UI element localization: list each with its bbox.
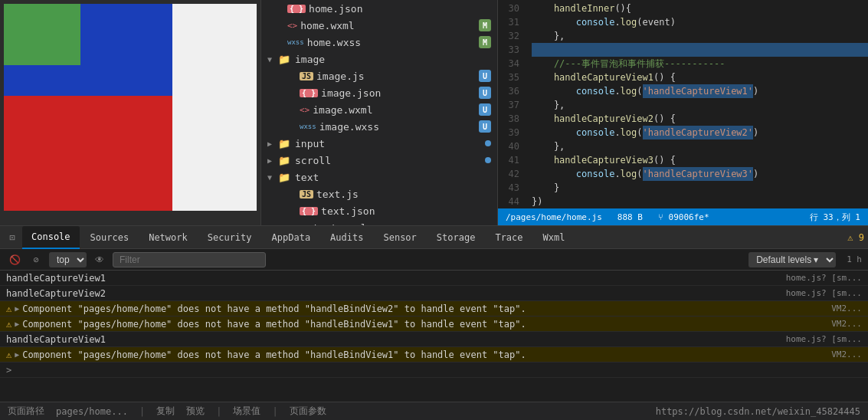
tree-item-home-wxml[interactable]: <> home.wxml M — [261, 17, 497, 34]
tree-item-image-wxss[interactable]: wxss image.wxss U — [261, 118, 497, 135]
folder-icon: 📁 — [278, 155, 290, 166]
entry-text: Component "pages/home/home" does not hav… — [22, 304, 831, 314]
devtools-icon-inspect[interactable]: ⊡ — [4, 229, 21, 246]
clear-console-button[interactable]: 🚫 — [6, 251, 23, 268]
tab-storage[interactable]: Storage — [427, 226, 485, 249]
code-status-bar: /pages/home/home.js 888 B ⑂ 09006fe* 行 3… — [498, 208, 868, 225]
tab-wxml[interactable]: Wxml — [534, 226, 575, 249]
file-label: image.js — [316, 71, 365, 82]
file-label: home.wxml — [300, 20, 354, 31]
expand-arrow[interactable]: ▶ — [15, 304, 19, 313]
line-numbers: 30 31 32 33 34 35 36 37 38 39 40 41 42 4… — [498, 0, 526, 208]
tree-item-text-wxml[interactable]: <> text.wxml — [261, 219, 497, 225]
code-line-41: handleCaptureView3() { — [532, 153, 868, 167]
tab-network[interactable]: Network — [139, 226, 197, 249]
code-panel: 30 31 32 33 34 35 36 37 38 39 40 41 42 4… — [498, 0, 868, 225]
code-line-40: }, — [532, 139, 868, 153]
copy-action[interactable]: 复制 — [156, 405, 175, 418]
scene-label: 场景值 — [233, 405, 260, 418]
tab-appdata[interactable]: AppData — [263, 226, 320, 249]
console-entry-5: handleCaptureView1 home.js? [sm... — [0, 332, 868, 347]
icon-js: JS — [300, 190, 313, 199]
tree-item-scroll-folder[interactable]: 📁 scroll — [261, 152, 497, 169]
file-label: text.js — [316, 189, 359, 200]
tree-item-image-js[interactable]: JS image.js U — [261, 67, 497, 84]
file-label: image.wxml — [313, 104, 372, 116]
code-line-36: console.log('handleCaptureView1') — [532, 84, 868, 98]
block-white — [172, 4, 257, 211]
log-level-selector[interactable]: Default levels ▾ — [748, 252, 836, 267]
tree-item-home-wxss[interactable]: wxss home.wxss M — [261, 34, 497, 51]
tab-audits[interactable]: Audits — [321, 226, 372, 249]
prompt-symbol: > — [6, 365, 11, 376]
warning-icon: ⚠ — [6, 319, 11, 330]
cursor-position: 行 33，列 1 — [810, 212, 860, 223]
tab-trace[interactable]: Trace — [486, 226, 532, 249]
entry-source[interactable]: VM2... — [831, 349, 862, 359]
chevron-down-icon — [267, 173, 275, 182]
page-params-label: 页面参数 — [290, 405, 326, 418]
preview-canvas — [4, 4, 257, 211]
tab-sensor[interactable]: Sensor — [374, 226, 425, 249]
block-icon[interactable]: ⊘ — [28, 251, 44, 268]
code-content[interactable]: handleInner(){ console.log(event) }, //-… — [526, 0, 868, 208]
file-label: image.wxss — [319, 121, 379, 133]
entry-source[interactable]: VM2... — [831, 319, 862, 329]
tab-sources[interactable]: Sources — [81, 226, 139, 249]
time-indicator: 1 h — [847, 254, 862, 264]
preview-action[interactable]: 预览 — [186, 405, 205, 418]
status-right: https://blog.csdn.net/weixin_45824445 — [656, 406, 860, 417]
console-log: handleCaptureView1 home.js? [sm... handl… — [0, 271, 868, 402]
file-label: text.json — [321, 205, 375, 217]
warning-icon: ⚠ — [6, 304, 11, 314]
separator: | — [139, 406, 145, 417]
entry-source[interactable]: home.js? [sm... — [786, 288, 862, 298]
code-line-31: console.log(event) — [532, 15, 868, 29]
tree-item-image-json[interactable]: { } image.json U — [261, 84, 497, 101]
devtools-tabs: ⊡ Console Sources Network Security AppDa… — [0, 226, 868, 249]
devtools-panel: ⊡ Console Sources Network Security AppDa… — [0, 225, 868, 402]
preview-panel — [0, 0, 260, 225]
badge-u: U — [479, 87, 491, 99]
code-line-43: } — [532, 181, 868, 195]
entry-source[interactable]: VM2... — [831, 304, 862, 313]
context-selector[interactable]: top — [49, 252, 87, 267]
expand-arrow[interactable]: ▶ — [15, 350, 19, 359]
console-prompt: > — [0, 363, 868, 378]
warning-icon: ⚠ — [6, 349, 11, 360]
code-line-30: handleInner(){ — [532, 2, 868, 15]
entry-source[interactable]: home.js? [sm... — [786, 334, 862, 344]
expand-arrow[interactable]: ▶ — [15, 320, 19, 328]
code-line-39: console.log('handleCaptureView2') — [532, 126, 868, 139]
folder-label: scroll — [295, 155, 331, 166]
console-entry-6: ⚠ ▶ Component "pages/home/home" does not… — [0, 347, 868, 363]
chevron-right-icon — [267, 156, 275, 165]
chevron-right-icon — [267, 139, 275, 148]
filesize: 888 B — [617, 212, 643, 222]
filter-input[interactable] — [113, 252, 266, 267]
tree-item-home-json[interactable]: { } home.json — [261, 0, 497, 17]
entry-text: Component "pages/home/home" does not hav… — [22, 349, 831, 360]
tree-item-input-folder[interactable]: 📁 input — [261, 135, 497, 152]
code-line-44: }) — [532, 195, 868, 208]
tree-item-image-folder[interactable]: 📁 image — [261, 51, 497, 67]
icon-js: JS — [300, 72, 313, 80]
chevron-down-icon — [267, 55, 275, 64]
tree-item-text-json[interactable]: { } text.json — [261, 202, 497, 219]
code-line-34: //---事件冒泡和事件捕获----------- — [532, 57, 868, 71]
tree-item-image-wxml[interactable]: <> image.wxml U — [261, 101, 497, 118]
status-left: 页面路径 pages/home... | 复制 预览 | 场景值 | 页面参数 — [8, 405, 326, 418]
file-label: home.wxss — [307, 37, 361, 48]
entry-source[interactable]: home.js? [sm... — [786, 273, 862, 283]
code-area: 30 31 32 33 34 35 36 37 38 39 40 41 42 4… — [498, 0, 868, 208]
file-tree: { } home.json <> home.wxml M wxss home.w… — [260, 0, 498, 225]
eye-icon[interactable]: 👁 — [91, 251, 108, 268]
tree-item-text-folder[interactable]: 📁 text — [261, 169, 497, 185]
tree-item-text-js[interactable]: JS text.js — [261, 185, 497, 202]
folder-label: image — [295, 54, 325, 65]
tab-security[interactable]: Security — [198, 226, 261, 249]
commit-hash: ⑂ 09006fe* — [658, 212, 709, 222]
code-line-32: }, — [532, 29, 868, 43]
block-red — [4, 96, 172, 211]
tab-console[interactable]: Console — [22, 226, 80, 249]
